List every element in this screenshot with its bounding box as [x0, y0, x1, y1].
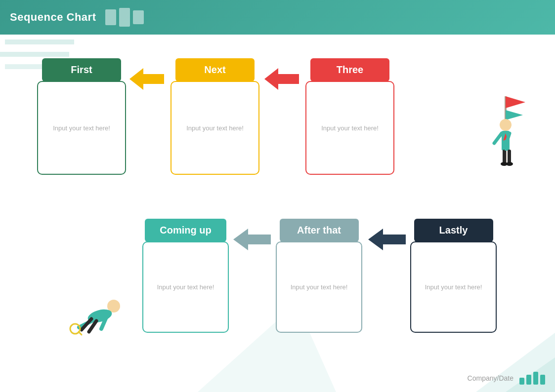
header: Sequence Chart [0, 0, 555, 35]
step-after-that-box[interactable]: Input your text here! [276, 241, 362, 333]
arrow-after-to-coming [233, 229, 271, 250]
svg-point-17 [506, 162, 513, 166]
arrow-next-to-three [264, 68, 299, 90]
step-after-that-text: Input your text here! [291, 283, 348, 291]
footer-bar-4 [540, 375, 545, 385]
header-bars [105, 8, 144, 27]
svg-marker-10 [506, 110, 523, 120]
step-three-label: Three [310, 58, 389, 81]
svg-point-11 [500, 119, 512, 131]
step-lastly: Lastly Input your text here! [410, 219, 497, 333]
svg-line-30 [79, 332, 82, 335]
header-bar-1 [105, 9, 116, 25]
step-first-label: First [42, 58, 121, 81]
footer: Company/Date [468, 372, 545, 385]
crawl-figure [64, 295, 128, 337]
header-bar-2 [119, 8, 130, 27]
step-lastly-text: Input your text here! [425, 283, 482, 291]
step-three-box[interactable]: Input your text here! [305, 81, 394, 175]
step-three-text: Input your text here! [321, 124, 379, 132]
svg-marker-9 [506, 96, 525, 108]
step-next: Next Input your text here! [171, 58, 259, 175]
step-next-box[interactable]: Input your text here! [171, 81, 259, 175]
footer-bar-1 [519, 378, 524, 385]
svg-rect-14 [503, 150, 506, 163]
svg-line-18 [494, 133, 502, 143]
step-coming-up-label: Coming up [145, 219, 226, 242]
arrow-first-to-next [129, 68, 164, 90]
svg-marker-6 [129, 68, 164, 90]
step-after-that: After that Input your text here! [276, 219, 362, 333]
step-first-box[interactable]: Input your text here! [37, 81, 126, 175]
footer-bar-2 [526, 375, 531, 385]
arrow-lastly-to-after [368, 229, 406, 250]
svg-rect-15 [508, 150, 511, 163]
svg-marker-21 [368, 229, 406, 250]
svg-marker-22 [233, 229, 271, 250]
step-first: First Input your text here! [37, 58, 126, 175]
footer-bars [519, 372, 545, 385]
header-title: Sequence Chart [10, 11, 96, 24]
step-lastly-box[interactable]: Input your text here! [410, 241, 497, 333]
step-after-that-label: After that [280, 219, 359, 242]
step-coming-up-box[interactable]: Input your text here! [142, 241, 229, 333]
step-next-text: Input your text here! [186, 124, 244, 132]
step-three: Three Input your text here! [305, 58, 394, 175]
step-next-label: Next [175, 58, 255, 81]
step-coming-up-text: Input your text here! [157, 283, 214, 291]
header-bar-3 [133, 10, 144, 24]
step-lastly-label: Lastly [414, 219, 493, 242]
step-coming-up: Coming up Input your text here! [142, 219, 229, 333]
footer-label: Company/Date [468, 374, 513, 382]
footer-bar-3 [533, 372, 538, 385]
person-figure [473, 81, 528, 173]
svg-marker-7 [264, 68, 299, 90]
step-first-text: Input your text here! [53, 124, 110, 132]
